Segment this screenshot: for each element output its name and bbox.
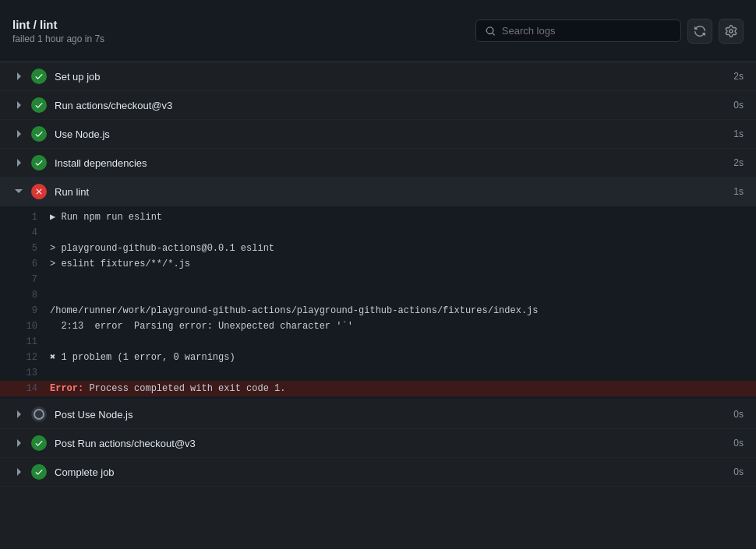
line-number: 9: [6, 303, 37, 318]
status-icon-skip: [31, 406, 47, 422]
log-line: 1▶ Run npm run eslint: [0, 209, 756, 225]
step-name-complete: Complete job: [55, 466, 724, 478]
refresh-button[interactable]: [687, 19, 712, 44]
chevron-icon: [12, 437, 25, 449]
chevron-icon: [12, 408, 25, 421]
line-number: 14: [6, 381, 37, 396]
line-number: 13: [6, 365, 37, 381]
line-content: 2:13 error Parsing error: Unexpected cha…: [50, 318, 744, 334]
log-line: 9/home/runner/work/playground-github-act…: [0, 303, 756, 318]
line-number: 7: [6, 272, 37, 287]
search-input[interactable]: [502, 25, 671, 37]
line-number: 5: [6, 241, 37, 256]
status-icon-success: [31, 69, 47, 84]
line-content: > playground-github-actions@0.0.1 eslint: [50, 241, 744, 256]
line-content: /home/runner/work/playground-github-acti…: [50, 303, 744, 318]
step-time-nodejs: 1s: [733, 128, 744, 139]
header-left: lint / lint failed 1 hour ago in 7s: [12, 18, 104, 44]
chevron-icon: [12, 128, 25, 140]
step-row-complete[interactable]: Complete job0s: [0, 458, 756, 487]
line-number: 11: [6, 334, 37, 350]
status-icon-success: [31, 126, 47, 142]
step-row-post-checkout[interactable]: Post Run actions/checkout@v30s: [0, 429, 756, 458]
settings-button[interactable]: [719, 19, 744, 44]
step-row-install[interactable]: Install dependencies2s: [0, 149, 756, 178]
chevron-icon: [12, 185, 25, 198]
step-name-nodejs: Use Node.js: [55, 128, 724, 140]
status-icon-success: [31, 97, 47, 113]
log-line: 4: [0, 225, 756, 241]
line-content: ▶ Run npm run eslint: [50, 209, 744, 225]
log-line: 5> playground-github-actions@0.0.1 eslin…: [0, 241, 756, 256]
chevron-icon: [12, 99, 25, 111]
chevron-icon: [12, 70, 25, 83]
line-number: 8: [6, 287, 37, 303]
step-time-checkout: 0s: [733, 100, 744, 111]
step-name-post-nodejs: Post Use Node.js: [55, 409, 724, 421]
page-title: lint / lint: [12, 18, 104, 31]
page-header: lint / lint failed 1 hour ago in 7s: [0, 0, 756, 62]
status-icon-success: [31, 464, 47, 480]
line-content: > eslint fixtures/**/*.js: [50, 256, 744, 272]
log-line: 6> eslint fixtures/**/*.js: [0, 256, 756, 272]
header-right: [475, 19, 744, 44]
log-area-lint: 1▶ Run npm run eslint45> playground-gith…: [0, 206, 756, 400]
line-number: 4: [6, 225, 37, 241]
step-name-setup: Set up job: [55, 71, 724, 83]
step-name-lint: Run lint: [55, 186, 724, 198]
status-icon-error: [31, 184, 47, 199]
step-name-checkout: Run actions/checkout@v3: [55, 100, 724, 111]
gear-icon: [725, 25, 737, 37]
chevron-icon: [12, 157, 25, 169]
step-time-install: 2s: [733, 157, 744, 168]
step-name-install: Install dependencies: [55, 157, 724, 169]
log-line: 14Error: Process completed with exit cod…: [0, 381, 756, 396]
log-line: 13: [0, 365, 756, 381]
step-row-post-nodejs[interactable]: Post Use Node.js0s: [0, 400, 756, 429]
search-icon: [486, 26, 496, 37]
job-list: Set up job2sRun actions/checkout@v30sUse…: [0, 62, 756, 487]
line-number: 10: [6, 318, 37, 334]
line-number: 12: [6, 350, 37, 365]
status-icon-success: [31, 435, 47, 451]
refresh-icon: [694, 25, 706, 37]
log-line: 12✖ 1 problem (1 error, 0 warnings): [0, 350, 756, 365]
log-line: 8: [0, 287, 756, 303]
line-content: Error: Process completed with exit code …: [50, 381, 744, 396]
step-time-post-nodejs: 0s: [733, 409, 744, 420]
error-label: Error:: [50, 383, 83, 394]
chevron-icon: [12, 466, 25, 478]
line-content: ✖ 1 problem (1 error, 0 warnings): [50, 350, 744, 365]
step-row-lint[interactable]: Run lint1s: [0, 178, 756, 206]
line-number: 1: [6, 209, 37, 225]
step-row-setup[interactable]: Set up job2s: [0, 62, 756, 91]
step-name-post-checkout: Post Run actions/checkout@v3: [55, 438, 724, 449]
step-row-checkout[interactable]: Run actions/checkout@v30s: [0, 91, 756, 120]
log-line: 7: [0, 272, 756, 287]
log-line: 10 2:13 error Parsing error: Unexpected …: [0, 318, 756, 334]
step-time-lint: 1s: [733, 186, 744, 197]
page-subtitle: failed 1 hour ago in 7s: [12, 33, 104, 44]
step-time-setup: 2s: [733, 71, 744, 82]
search-box[interactable]: [475, 19, 681, 42]
step-time-post-checkout: 0s: [733, 438, 744, 449]
line-number: 6: [6, 256, 37, 272]
status-icon-success: [31, 155, 47, 171]
step-time-complete: 0s: [733, 466, 744, 477]
log-line: 11: [0, 334, 756, 350]
step-row-nodejs[interactable]: Use Node.js1s: [0, 120, 756, 149]
